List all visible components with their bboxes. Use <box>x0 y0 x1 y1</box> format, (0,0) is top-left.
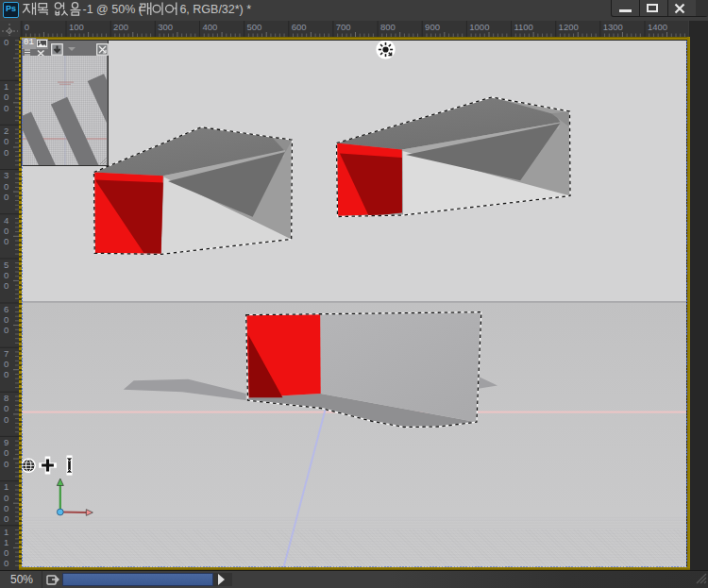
svg-text:300: 300 <box>158 22 173 32</box>
svg-text:0: 0 <box>4 192 8 202</box>
svg-text:0: 0 <box>4 270 8 280</box>
svg-text:0: 0 <box>4 226 8 236</box>
svg-text:3: 3 <box>4 170 8 180</box>
svg-text:900: 900 <box>425 22 440 32</box>
svg-text:4: 4 <box>4 215 8 226</box>
svg-text:0: 0 <box>4 547 8 558</box>
svg-text:600: 600 <box>292 22 307 32</box>
svg-text:1: 1 <box>4 481 8 492</box>
svg-text:0: 0 <box>4 459 8 469</box>
svg-text:6, RGB/32*) *: 6, RGB/32*) * <box>179 3 251 16</box>
svg-text:-1 @ 50% (: -1 @ 50% ( <box>83 3 143 16</box>
svg-text:1: 1 <box>4 537 8 547</box>
svg-text:1400: 1400 <box>648 22 667 32</box>
svg-text:2: 2 <box>4 126 8 136</box>
svg-text:0: 0 <box>4 513 8 524</box>
svg-text:6: 6 <box>4 304 8 314</box>
svg-text:0: 0 <box>4 147 8 158</box>
svg-text:5: 5 <box>4 260 8 270</box>
svg-text:0: 0 <box>4 403 8 413</box>
svg-text:0: 0 <box>4 280 8 291</box>
svg-text:0: 0 <box>4 181 8 192</box>
svg-text:1200: 1200 <box>559 22 579 32</box>
svg-text:700: 700 <box>336 22 351 32</box>
svg-text:0: 0 <box>4 359 8 369</box>
svg-text:1: 1 <box>4 527 8 537</box>
svg-text:9: 9 <box>4 437 8 447</box>
svg-text:7: 7 <box>4 348 8 359</box>
svg-text:200: 200 <box>113 22 128 32</box>
svg-text:0: 0 <box>4 325 8 335</box>
svg-text:1000: 1000 <box>469 22 489 32</box>
svg-text:500: 500 <box>247 22 262 32</box>
svg-text:8: 8 <box>4 393 8 403</box>
svg-text:0: 0 <box>4 136 8 146</box>
svg-text:100: 100 <box>69 22 84 32</box>
svg-text:0: 0 <box>4 37 8 47</box>
svg-text:0: 0 <box>4 414 8 425</box>
svg-text:0: 0 <box>4 503 8 513</box>
svg-text:0: 0 <box>4 92 8 102</box>
svg-text:0: 0 <box>4 314 8 325</box>
svg-text:0: 0 <box>4 103 8 113</box>
svg-text:1300: 1300 <box>603 22 623 32</box>
svg-text:0: 0 <box>4 558 8 567</box>
svg-text:0: 0 <box>4 493 8 503</box>
svg-text:400: 400 <box>202 22 217 32</box>
svg-text:800: 800 <box>380 22 396 32</box>
svg-text:1100: 1100 <box>514 22 532 32</box>
svg-text:0: 0 <box>4 369 8 379</box>
svg-text:0: 0 <box>4 447 8 458</box>
svg-text:0: 0 <box>4 236 8 246</box>
svg-text:1: 1 <box>4 81 8 92</box>
svg-text:0: 0 <box>25 22 29 32</box>
